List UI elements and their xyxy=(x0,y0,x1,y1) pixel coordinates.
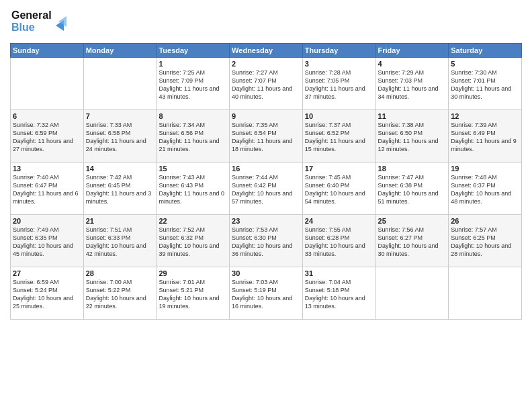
day-info: Sunrise: 7:00 AM Sunset: 5:22 PM Dayligh… xyxy=(86,278,154,311)
sunset-time: Sunset: 5:19 PM xyxy=(232,287,277,293)
day-number: 18 xyxy=(378,165,447,173)
day-number: 6 xyxy=(13,112,81,120)
day-number: 23 xyxy=(232,217,300,225)
calendar-cell: 27 Sunrise: 6:59 AM Sunset: 5:24 PM Dayl… xyxy=(11,267,84,320)
day-number: 24 xyxy=(305,217,373,225)
sunset-time: Sunset: 6:40 PM xyxy=(305,182,350,189)
day-info: Sunrise: 6:59 AM Sunset: 5:24 PM Dayligh… xyxy=(13,278,81,311)
daylight-hours: Daylight: 11 hours and 43 minutes. xyxy=(159,85,219,100)
day-number: 13 xyxy=(13,165,81,173)
calendar-cell: 30 Sunrise: 7:03 AM Sunset: 5:19 PM Dayl… xyxy=(230,267,303,320)
sunrise-time: Sunrise: 7:32 AM xyxy=(13,122,59,128)
sunset-time: Sunset: 6:56 PM xyxy=(159,130,204,136)
daylight-hours: Daylight: 11 hours and 0 minutes. xyxy=(159,190,224,205)
svg-text:General: General xyxy=(11,9,52,21)
sunrise-time: Sunrise: 7:29 AM xyxy=(378,69,425,76)
calendar-cell: 10 Sunrise: 7:37 AM Sunset: 6:52 PM Dayl… xyxy=(302,110,375,163)
calendar-cell: 6 Sunrise: 7:32 AM Sunset: 6:59 PM Dayli… xyxy=(11,110,84,163)
sunset-time: Sunset: 5:22 PM xyxy=(86,287,131,293)
day-number: 17 xyxy=(305,165,373,173)
weekday-header-friday: Friday xyxy=(375,44,449,58)
sunset-time: Sunset: 6:52 PM xyxy=(305,130,350,136)
daylight-hours: Daylight: 11 hours and 15 minutes. xyxy=(305,138,365,152)
daylight-hours: Daylight: 11 hours and 37 minutes. xyxy=(305,85,365,100)
day-info: Sunrise: 7:30 AM Sunset: 7:01 PM Dayligh… xyxy=(451,68,519,101)
daylight-hours: Daylight: 10 hours and 48 minutes. xyxy=(451,190,511,205)
day-info: Sunrise: 7:47 AM Sunset: 6:38 PM Dayligh… xyxy=(378,173,447,206)
sunrise-time: Sunrise: 7:01 AM xyxy=(159,279,205,285)
day-info: Sunrise: 7:57 AM Sunset: 6:25 PM Dayligh… xyxy=(451,226,519,259)
calendar-cell: 29 Sunrise: 7:01 AM Sunset: 5:21 PM Dayl… xyxy=(157,267,230,320)
calendar-cell xyxy=(449,267,522,320)
day-number: 29 xyxy=(159,269,227,277)
daylight-hours: Daylight: 10 hours and 19 minutes. xyxy=(159,295,219,310)
sunrise-time: Sunrise: 7:04 AM xyxy=(305,279,351,285)
sunset-time: Sunset: 7:03 PM xyxy=(378,77,423,84)
daylight-hours: Daylight: 11 hours and 12 minutes. xyxy=(378,138,439,152)
day-number: 7 xyxy=(86,112,154,120)
day-number: 16 xyxy=(232,165,300,173)
sunset-time: Sunset: 6:38 PM xyxy=(378,182,423,189)
day-number: 9 xyxy=(232,112,300,120)
calendar-cell: 24 Sunrise: 7:55 AM Sunset: 6:28 PM Dayl… xyxy=(302,215,375,267)
day-number: 5 xyxy=(451,60,519,68)
day-info: Sunrise: 7:28 AM Sunset: 7:05 PM Dayligh… xyxy=(305,68,373,101)
day-number: 1 xyxy=(159,60,227,68)
sunrise-time: Sunrise: 7:27 AM xyxy=(232,69,278,76)
sunset-time: Sunset: 6:30 PM xyxy=(232,234,277,241)
calendar-cell: 12 Sunrise: 7:39 AM Sunset: 6:49 PM Dayl… xyxy=(449,110,522,163)
day-info: Sunrise: 7:32 AM Sunset: 6:59 PM Dayligh… xyxy=(13,121,81,154)
day-info: Sunrise: 7:37 AM Sunset: 6:52 PM Dayligh… xyxy=(305,121,373,154)
day-info: Sunrise: 7:56 AM Sunset: 6:27 PM Dayligh… xyxy=(378,226,447,259)
day-info: Sunrise: 7:38 AM Sunset: 6:50 PM Dayligh… xyxy=(378,121,447,154)
calendar-cell: 13 Sunrise: 7:40 AM Sunset: 6:47 PM Dayl… xyxy=(11,163,84,215)
daylight-hours: Daylight: 11 hours and 9 minutes. xyxy=(451,138,517,152)
calendar-cell: 22 Sunrise: 7:52 AM Sunset: 6:32 PM Dayl… xyxy=(157,215,230,267)
day-number: 31 xyxy=(305,269,373,277)
daylight-hours: Daylight: 11 hours and 21 minutes. xyxy=(159,138,219,152)
calendar-cell: 4 Sunrise: 7:29 AM Sunset: 7:03 PM Dayli… xyxy=(375,58,449,110)
logo-text: General Blue xyxy=(10,7,71,38)
day-number: 14 xyxy=(86,165,154,173)
calendar-cell xyxy=(11,58,84,110)
calendar-cell: 25 Sunrise: 7:56 AM Sunset: 6:27 PM Dayl… xyxy=(375,215,449,267)
sunset-time: Sunset: 6:35 PM xyxy=(13,234,58,241)
weekday-header-wednesday: Wednesday xyxy=(230,44,303,58)
daylight-hours: Daylight: 10 hours and 22 minutes. xyxy=(86,295,146,310)
calendar-cell: 7 Sunrise: 7:33 AM Sunset: 6:58 PM Dayli… xyxy=(83,110,157,163)
day-number: 15 xyxy=(159,165,227,173)
daylight-hours: Daylight: 10 hours and 39 minutes. xyxy=(159,242,219,257)
day-info: Sunrise: 7:43 AM Sunset: 6:43 PM Dayligh… xyxy=(159,173,227,206)
daylight-hours: Daylight: 10 hours and 42 minutes. xyxy=(86,242,146,257)
day-info: Sunrise: 7:55 AM Sunset: 6:28 PM Dayligh… xyxy=(305,226,373,259)
day-info: Sunrise: 7:29 AM Sunset: 7:03 PM Dayligh… xyxy=(378,68,447,101)
daylight-hours: Daylight: 10 hours and 51 minutes. xyxy=(378,190,439,205)
day-info: Sunrise: 7:01 AM Sunset: 5:21 PM Dayligh… xyxy=(159,278,227,311)
daylight-hours: Daylight: 10 hours and 16 minutes. xyxy=(232,295,292,310)
day-info: Sunrise: 7:42 AM Sunset: 6:45 PM Dayligh… xyxy=(86,173,154,206)
daylight-hours: Daylight: 11 hours and 30 minutes. xyxy=(451,85,511,100)
calendar-cell: 31 Sunrise: 7:04 AM Sunset: 5:18 PM Dayl… xyxy=(302,267,375,320)
calendar-cell: 3 Sunrise: 7:28 AM Sunset: 7:05 PM Dayli… xyxy=(302,58,375,110)
sunrise-time: Sunrise: 6:59 AM xyxy=(13,279,59,285)
sunrise-time: Sunrise: 7:35 AM xyxy=(232,122,278,128)
sunrise-time: Sunrise: 7:30 AM xyxy=(451,69,497,76)
daylight-hours: Daylight: 10 hours and 13 minutes. xyxy=(305,295,365,310)
sunrise-time: Sunrise: 7:38 AM xyxy=(378,122,425,128)
calendar-cell: 2 Sunrise: 7:27 AM Sunset: 7:07 PM Dayli… xyxy=(230,58,303,110)
day-info: Sunrise: 7:33 AM Sunset: 6:58 PM Dayligh… xyxy=(86,121,154,154)
calendar-cell: 14 Sunrise: 7:42 AM Sunset: 6:45 PM Dayl… xyxy=(83,163,157,215)
sunset-time: Sunset: 6:33 PM xyxy=(86,234,131,241)
day-number: 11 xyxy=(378,112,447,120)
sunset-time: Sunset: 5:24 PM xyxy=(13,287,58,293)
sunset-time: Sunset: 6:42 PM xyxy=(232,182,277,189)
sunset-time: Sunset: 6:45 PM xyxy=(86,182,131,189)
sunrise-time: Sunrise: 7:00 AM xyxy=(86,279,132,285)
weekday-header-monday: Monday xyxy=(83,44,157,58)
sunset-time: Sunset: 6:37 PM xyxy=(451,182,496,189)
daylight-hours: Daylight: 11 hours and 3 minutes. xyxy=(86,190,152,205)
sunrise-time: Sunrise: 7:34 AM xyxy=(159,122,205,128)
sunrise-time: Sunrise: 7:37 AM xyxy=(305,122,351,128)
calendar-cell: 26 Sunrise: 7:57 AM Sunset: 6:25 PM Dayl… xyxy=(449,215,522,267)
day-number: 8 xyxy=(159,112,227,120)
